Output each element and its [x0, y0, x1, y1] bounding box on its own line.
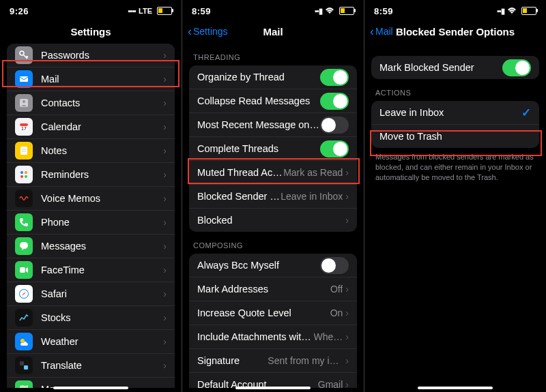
- settings-row-stocks[interactable]: Stocks›: [7, 306, 175, 330]
- chevron-right-icon: ›: [163, 336, 167, 347]
- row-most-recent-message-on-top[interactable]: Most Recent Message on Top: [189, 113, 357, 137]
- row-collapse-read-messages[interactable]: Collapse Read Messages: [189, 89, 357, 113]
- svg-point-10: [20, 171, 23, 174]
- settings-row-reminders[interactable]: Reminders›: [7, 163, 175, 187]
- row-label: Stocks: [41, 312, 163, 323]
- three-phone-layout: 9:26 ▪▪▪▪ LTE Settings Passwords›Mail›Co…: [0, 0, 546, 392]
- svg-point-13: [25, 175, 27, 178]
- row-detail: On: [330, 307, 343, 318]
- row-always-bcc-myself[interactable]: Always Bcc Myself: [189, 254, 357, 277]
- section-header-composing: COMPOSING: [182, 232, 364, 254]
- voice-memos-icon: [15, 190, 33, 207]
- toggle-switch[interactable]: [320, 257, 349, 274]
- home-indicator[interactable]: [418, 387, 493, 389]
- translate-icon: [15, 357, 33, 374]
- chevron-right-icon: ›: [163, 50, 167, 61]
- svg-text:17: 17: [21, 126, 27, 131]
- messages-icon: [15, 237, 33, 255]
- chevron-right-icon: ›: [163, 384, 167, 388]
- row-label: Mark Addresses: [197, 284, 330, 295]
- chevron-right-icon: ›: [163, 121, 167, 132]
- row-label: Reminders: [41, 169, 163, 180]
- row-mark-addresses[interactable]: Mark AddressesOff›: [189, 277, 357, 301]
- page-title: Mail: [263, 26, 283, 37]
- row-blocked[interactable]: Blocked›: [189, 209, 357, 232]
- svg-rect-14: [20, 267, 25, 273]
- row-detail: Leave in Inbox: [281, 191, 343, 202]
- row-organize-by-thread[interactable]: Organize by Thread: [189, 65, 357, 89]
- home-indicator[interactable]: [53, 387, 128, 389]
- row-label: Mail: [41, 74, 163, 85]
- row-detail: Mark as Read: [283, 167, 343, 178]
- mark-blocked-sender-row[interactable]: Mark Blocked Sender: [371, 56, 539, 79]
- settings-row-contacts[interactable]: Contacts›: [7, 91, 175, 115]
- settings-row-mail[interactable]: Mail›: [7, 67, 175, 91]
- row-complete-threads[interactable]: Complete Threads: [189, 137, 357, 161]
- row-label: Passwords: [41, 50, 163, 61]
- row-blocked-sender-options[interactable]: Blocked Sender OptionsLeave in Inbox›: [189, 185, 357, 209]
- svg-point-11: [20, 175, 23, 178]
- section-header-threading: THREADING: [182, 44, 364, 65]
- weather-icon: [15, 333, 33, 350]
- wifi-icon: [507, 7, 517, 14]
- toggle-switch[interactable]: [320, 93, 349, 110]
- back-button[interactable]: ‹ Settings: [188, 25, 228, 39]
- settings-row-calendar[interactable]: 17Calendar›: [7, 115, 175, 139]
- svg-rect-18: [20, 361, 24, 365]
- row-label: Always Bcc Myself: [197, 260, 320, 271]
- toggle-switch[interactable]: [502, 59, 531, 76]
- row-label: Organize by Thread: [197, 72, 320, 82]
- chevron-left-icon: ‹: [370, 25, 374, 39]
- settings-row-passwords[interactable]: Passwords›: [7, 44, 175, 67]
- settings-row-weather[interactable]: Weather›: [7, 330, 175, 354]
- row-label: Phone: [41, 217, 163, 228]
- row-label: Collapse Read Messages: [197, 95, 320, 106]
- chevron-right-icon: ›: [163, 241, 167, 252]
- settings-row-facetime[interactable]: FaceTime›: [7, 258, 175, 282]
- action-leave-in-inbox[interactable]: Leave in Inbox✓: [371, 101, 539, 125]
- row-label: Most Recent Message on Top: [197, 119, 320, 130]
- settings-row-notes[interactable]: Notes›: [7, 139, 175, 163]
- row-label: Calendar: [41, 121, 163, 132]
- action-move-to-trash[interactable]: Move to Trash: [371, 125, 539, 148]
- nav-bar: ‹ Settings Mail: [182, 19, 364, 44]
- status-bar: 8:59 ▪▪▮: [182, 0, 364, 19]
- toggle-switch[interactable]: [320, 117, 349, 134]
- row-label: FaceTime: [41, 265, 163, 275]
- key-icon: [15, 46, 33, 64]
- mail-settings-list[interactable]: THREADING Organize by ThreadCollapse Rea…: [182, 44, 364, 388]
- svg-point-12: [25, 171, 27, 174]
- row-label: Voice Memos: [41, 193, 163, 204]
- settings-row-voice-memos[interactable]: Voice Memos›: [7, 187, 175, 211]
- status-bar: 8:59 ▪▪▮: [364, 0, 546, 19]
- settings-row-messages[interactable]: Messages›: [7, 235, 175, 258]
- phone-icon: [15, 213, 33, 231]
- status-indicators: ▪▪▮: [315, 7, 354, 16]
- back-button[interactable]: ‹ Mail: [370, 25, 393, 39]
- row-signature[interactable]: SignatureSent from my iPhone›: [189, 349, 357, 373]
- stocks-icon: [15, 309, 33, 327]
- toggle-switch[interactable]: [320, 69, 349, 86]
- toggle-switch[interactable]: [320, 140, 349, 157]
- checkmark-icon: ✓: [521, 106, 531, 120]
- settings-row-translate[interactable]: Translate›: [7, 354, 175, 378]
- settings-row-phone[interactable]: Phone›: [7, 211, 175, 235]
- phone-mail-settings: 8:59 ▪▪▮ ‹ Settings Mail THREADING Organ…: [182, 0, 364, 392]
- chevron-right-icon: ›: [163, 312, 167, 323]
- settings-row-safari[interactable]: Safari›: [7, 282, 175, 306]
- svg-rect-19: [24, 365, 28, 370]
- section-header-actions: ACTIONS: [364, 79, 546, 101]
- home-indicator[interactable]: [235, 387, 311, 389]
- status-time: 8:59: [374, 6, 393, 16]
- row-include-attachments-with-replies[interactable]: Include Attachments with RepliesWhe…›: [189, 325, 357, 349]
- row-muted-thread-action[interactable]: Muted Thread ActionMark as Read›: [189, 161, 357, 185]
- settings-list[interactable]: Passwords›Mail›Contacts›17Calendar›Notes…: [0, 44, 182, 388]
- chevron-right-icon: ›: [345, 379, 349, 388]
- blocked-sender-content: Mark Blocked Sender ACTIONS Leave in Inb…: [364, 44, 546, 388]
- row-detail: Off: [330, 284, 343, 295]
- row-default-account[interactable]: Default AccountGmail›: [189, 373, 357, 388]
- maps-icon: [15, 380, 33, 388]
- chevron-right-icon: ›: [345, 215, 349, 226]
- row-label: Move to Trash: [379, 131, 531, 142]
- row-increase-quote-level[interactable]: Increase Quote LevelOn›: [189, 301, 357, 325]
